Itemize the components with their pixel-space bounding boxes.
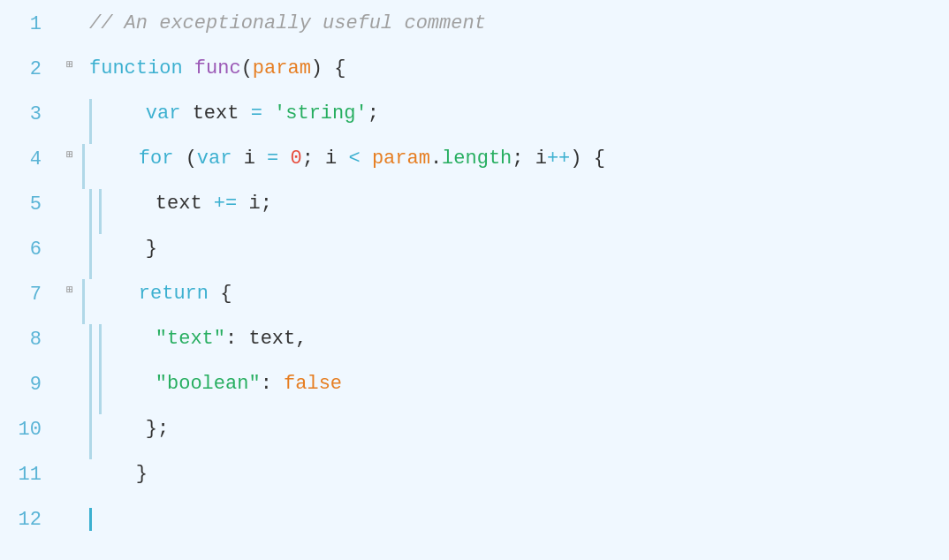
line-number-10: 10 [0, 414, 57, 445]
code-editor: 1 // An exceptionally useful comment 2 ⊞… [0, 0, 949, 560]
line-number-9: 9 [0, 369, 57, 400]
line-1: 1 // An exceptionally useful comment [0, 9, 949, 54]
fold-icon-7[interactable]: ⊞ [57, 279, 82, 299]
line-number-11: 11 [0, 459, 57, 490]
line-10-content: }; [92, 414, 949, 459]
line-1-content: // An exceptionally useful comment [82, 9, 949, 39]
line-number-1: 1 [0, 9, 57, 40]
line-12-content [82, 504, 949, 534]
line-number-5: 5 [0, 189, 57, 220]
line-6: 6 } [0, 234, 949, 279]
line-number-6: 6 [0, 234, 57, 265]
line-number-8: 8 [0, 324, 57, 355]
line-7-content: return { [85, 279, 949, 324]
line-number-12: 12 [0, 504, 57, 535]
line-12: 12 [0, 504, 949, 549]
line-4-content: for (var i = 0; i < param.length; i++) { [85, 144, 949, 189]
line-number-4: 4 [0, 144, 57, 175]
line-2-content: function func(param) { [82, 54, 949, 84]
line-number-2: 2 [0, 54, 57, 85]
line-7: 7 ⊞ return { [0, 279, 949, 324]
line-11-content: } [82, 459, 949, 489]
line-5: 5 text += i; [0, 189, 949, 234]
line-3: 3 var text = 'string'; [0, 99, 949, 144]
line-3-content: var text = 'string'; [92, 99, 949, 144]
text-cursor [89, 508, 92, 531]
line-5-content: text += i; [102, 189, 949, 234]
line-11: 11 } [0, 459, 949, 504]
line-8: 8 "text": text, [0, 324, 949, 369]
line-9-content: "boolean": false [102, 369, 949, 414]
line-10: 10 }; [0, 414, 949, 459]
line-9: 9 "boolean": false [0, 369, 949, 414]
line-2: 2 ⊞ function func(param) { [0, 54, 949, 99]
line-8-content: "text": text, [102, 324, 949, 369]
line-4: 4 ⊞ for (var i = 0; i < param.length; i+… [0, 144, 949, 189]
line-number-7: 7 [0, 279, 57, 310]
fold-icon-2[interactable]: ⊞ [57, 54, 82, 74]
fold-icon-4[interactable]: ⊞ [57, 144, 82, 164]
line-6-content: } [92, 234, 949, 279]
line-number-3: 3 [0, 99, 57, 130]
